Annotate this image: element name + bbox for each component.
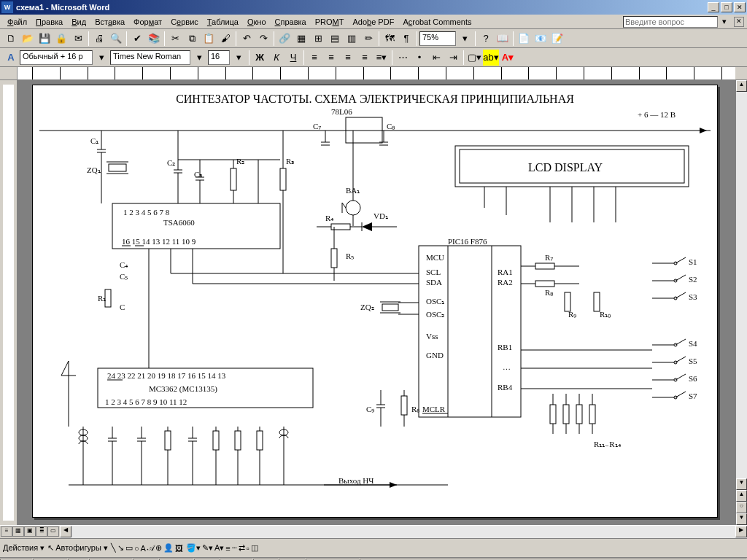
picture-button[interactable]: 🖼 [175, 544, 183, 553]
redo-button[interactable]: ↷ [255, 31, 271, 47]
align-right-button[interactable]: ≡ [340, 50, 356, 66]
vertical-scrollbar[interactable]: ▲ ▼ ▲ ○ ▼ [735, 80, 747, 525]
scroll-down-button[interactable]: ▼ [736, 478, 747, 490]
close-button[interactable]: ✕ [734, 2, 746, 12]
menu-promt[interactable]: PROMT [311, 16, 349, 28]
align-left-button[interactable]: ≡ [306, 50, 322, 66]
permission-button[interactable]: 🔒 [53, 31, 69, 47]
font-dropdown[interactable]: ▾ [191, 50, 207, 66]
menu-acrobat-comments[interactable]: Acrobat Comments [398, 16, 476, 28]
scroll-right-button[interactable]: ▶ [735, 526, 747, 537]
web-view-button[interactable]: ▦ [12, 526, 24, 537]
next-page-button[interactable]: ▼ [736, 513, 747, 525]
columns-button[interactable]: ▥ [344, 31, 360, 47]
spellcheck-button[interactable]: ✔ [129, 31, 145, 47]
open-button[interactable]: 📂 [20, 31, 36, 47]
document-viewport[interactable]: СИНТЕЗАТОР ЧАСТОТЫ. СХЕМА ЭЛЕКТРИЧЕСКАЯ … [18, 80, 735, 525]
doc-close-button[interactable]: ✕ [734, 17, 744, 27]
line-style-button[interactable]: ≡ [225, 544, 230, 553]
increase-indent-button[interactable]: ⇥ [445, 50, 461, 66]
3d-button[interactable]: ◫ [251, 543, 258, 553]
email-button[interactable]: ✉ [70, 31, 86, 47]
rectangle-button[interactable]: ▭ [125, 543, 133, 553]
pdf-review-button[interactable]: 📝 [549, 31, 565, 47]
decrease-indent-button[interactable]: ⇤ [428, 50, 444, 66]
menu-view[interactable]: Вид [67, 16, 90, 28]
shadow-button[interactable]: ▫ [247, 544, 249, 553]
font-color-button[interactable]: A▾ [500, 50, 516, 66]
minimize-button[interactable]: _ [708, 2, 719, 12]
menu-table[interactable]: Таблица [203, 16, 243, 28]
font-color-draw-button[interactable]: A▾ [214, 543, 224, 553]
paste-button[interactable]: 📋 [201, 31, 217, 47]
style-combo[interactable]: Обычный + 16 р [20, 50, 93, 65]
arrow-style-button[interactable]: ⇄ [239, 543, 245, 553]
font-combo[interactable]: Times New Roman [110, 50, 190, 65]
justify-button[interactable]: ≡ [357, 50, 373, 66]
browse-object-button[interactable]: ○ [736, 502, 747, 513]
cut-button[interactable]: ✂ [167, 31, 183, 47]
clipart-button[interactable]: 👤 [163, 543, 174, 553]
line-color-button[interactable]: ✎▾ [202, 543, 213, 553]
pdf-email-button[interactable]: 📧 [533, 31, 549, 47]
print-view-button[interactable]: ▣ [24, 526, 36, 537]
docmap-button[interactable]: 🗺 [382, 31, 398, 47]
read-button[interactable]: 📖 [495, 31, 511, 47]
horizontal-ruler[interactable] [0, 67, 747, 80]
menu-edit[interactable]: Правка [31, 16, 67, 28]
highlight-button[interactable]: ab▾ [483, 50, 499, 66]
menu-tools[interactable]: Сервис [166, 16, 203, 28]
style-dropdown[interactable]: ▾ [93, 50, 109, 66]
dash-style-button[interactable]: ┄ [232, 543, 237, 553]
arrow-button[interactable]: ↘ [117, 543, 124, 553]
zoom-dropdown[interactable]: ▾ [457, 31, 473, 47]
preview-button[interactable]: 🔍 [108, 31, 124, 47]
pdf-convert-button[interactable]: 📄 [516, 31, 532, 47]
oval-button[interactable]: ○ [134, 544, 139, 553]
normal-view-button[interactable]: ≡ [1, 526, 12, 537]
insert-table-button[interactable]: ⊞ [310, 31, 326, 47]
menu-format[interactable]: Формат [129, 16, 166, 28]
tables-borders-button[interactable]: ▦ [293, 31, 309, 47]
drawing-button[interactable]: ✏ [360, 31, 376, 47]
question-dropdown[interactable]: ▾ [718, 15, 731, 28]
actions-menu[interactable]: Действия ▾ [3, 543, 44, 553]
menu-help[interactable]: Справка [271, 16, 311, 28]
vertical-ruler[interactable] [0, 80, 18, 525]
help-question-input[interactable] [623, 16, 718, 28]
borders-button[interactable]: ▢▾ [466, 50, 482, 66]
save-button[interactable]: 💾 [36, 31, 53, 47]
wordart-button[interactable]: 𝒜 [147, 543, 154, 553]
outline-view-button[interactable]: ≣ [36, 526, 47, 537]
format-painter-button[interactable]: 🖌 [217, 31, 233, 47]
show-formatting-button[interactable]: ¶ [398, 31, 414, 47]
zoom-combo[interactable]: 75% [419, 31, 456, 46]
menu-window[interactable]: Окно [243, 16, 271, 28]
underline-button[interactable]: Ч [285, 50, 301, 66]
styles-pane-button[interactable]: A [3, 50, 19, 66]
diagram-button[interactable]: ⊕ [155, 543, 162, 553]
reading-view-button[interactable]: ▭ [47, 526, 59, 537]
autoshapes-menu[interactable]: Автофигуры ▾ [55, 543, 108, 553]
textbox-button[interactable]: A [141, 544, 146, 553]
help-button[interactable]: ? [478, 31, 494, 47]
bullets-button[interactable]: • [411, 50, 427, 66]
scroll-left-button[interactable]: ◀ [60, 526, 71, 537]
numbering-button[interactable]: ⋯ [395, 50, 411, 66]
select-objects-button[interactable]: ↖ [47, 543, 54, 553]
horizontal-scrollbar[interactable]: ◀ ▶ [60, 526, 747, 538]
copy-button[interactable]: ⧉ [184, 31, 200, 47]
print-button[interactable]: 🖨 [91, 31, 107, 47]
line-button[interactable]: ╲ [111, 543, 116, 553]
align-center-button[interactable]: ≡ [323, 50, 339, 66]
hyperlink-button[interactable]: 🔗 [276, 31, 293, 47]
excel-button[interactable]: ▤ [327, 31, 343, 47]
size-combo[interactable]: 16 [208, 50, 230, 65]
size-dropdown[interactable]: ▾ [231, 50, 247, 66]
research-button[interactable]: 📚 [146, 31, 162, 47]
prev-page-button[interactable]: ▲ [736, 490, 747, 502]
scroll-up-button[interactable]: ▲ [736, 80, 747, 92]
line-spacing-button[interactable]: ≡▾ [374, 50, 390, 66]
bold-button[interactable]: Ж [252, 50, 268, 66]
menu-file[interactable]: Файл [3, 16, 31, 28]
